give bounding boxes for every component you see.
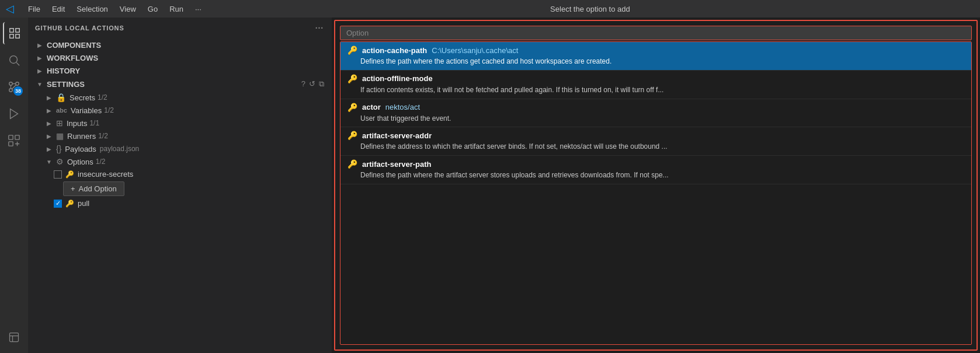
activity-explorer[interactable] <box>3 22 25 44</box>
options-label: Options <box>67 158 93 166</box>
options-count: 1/2 <box>96 158 106 166</box>
sidebar-item-secrets[interactable]: ▶ 🔒 Secrets 1/2 <box>28 91 332 104</box>
chevron-right-icon: ▶ <box>35 53 44 62</box>
svg-marker-12 <box>11 109 18 119</box>
svg-rect-3 <box>10 34 13 38</box>
sidebar-item-variables[interactable]: ▶ abc Variables 1/2 <box>28 104 332 117</box>
copy-icon[interactable]: ⧉ <box>318 79 325 89</box>
menu-view[interactable]: View <box>115 4 141 15</box>
dropdown-item-actor[interactable]: 🔑 actor nektos/act User that triggered t… <box>340 99 971 128</box>
main-layout: 38 GITHUB LOCAL ACTIONS <box>0 18 980 353</box>
dropdown-item-artifact-server-path[interactable]: 🔑 artifact-server-path Defines the path … <box>340 156 971 184</box>
add-option-area: + Add Option <box>28 180 332 197</box>
svg-rect-2 <box>16 34 19 38</box>
sidebar-content: ▶ COMPONENTS ▶ WORKFLOWS ▶ HISTORY ▼ SET… <box>28 39 332 353</box>
sidebar-item-insecure-secrets[interactable]: 🔑 insecure-secrets <box>28 168 332 180</box>
activity-bar: 38 <box>0 18 28 353</box>
key-icon-2: 🔑 <box>347 74 357 83</box>
components-label: COMPONENTS <box>47 41 325 50</box>
right-panel: 🔑 action-cache-path C:\Users\sanju\.cach… <box>334 20 978 351</box>
chevron-right-icon: ▶ <box>44 93 54 102</box>
key-icon-3: 🔑 <box>347 103 357 112</box>
item-desc-1: Defines the path where the actions get c… <box>347 57 964 67</box>
sidebar-item-runners[interactable]: ▶ ▦ Runners 1/2 <box>28 130 332 142</box>
item-name-4: artifact-server-addr <box>362 131 432 140</box>
sidebar-item-workflows[interactable]: ▶ WORKFLOWS <box>28 51 332 64</box>
sidebar-header-icons: ··· <box>314 22 325 34</box>
sidebar-more-icon[interactable]: ··· <box>314 22 325 34</box>
svg-rect-1 <box>16 29 19 32</box>
item-desc-2: If action contents exists, it will not b… <box>347 85 964 95</box>
runners-label: Runners <box>67 132 96 141</box>
svg-rect-0 <box>10 29 13 32</box>
insecure-secrets-checkbox[interactable] <box>54 170 62 179</box>
key-icon-5: 🔑 <box>347 159 357 169</box>
plus-icon: + <box>71 184 75 193</box>
payloads-label: Payloads <box>65 145 96 153</box>
dropdown-item-action-offline-mode[interactable]: 🔑 action-offline-mode If action contents… <box>340 71 971 99</box>
settings-action-icons: ? ↺ ⧉ <box>301 79 325 89</box>
vscode-logo: ◁ <box>6 2 14 15</box>
menu-selection[interactable]: Selection <box>72 4 112 15</box>
chevron-down-icon: ▼ <box>44 157 54 166</box>
menu-bar: File Edit Selection View Go Run ··· <box>23 4 206 15</box>
pull-label: pull <box>78 199 89 208</box>
menu-edit[interactable]: Edit <box>47 4 69 15</box>
item-desc-5: Defines the path where the artifact serv… <box>347 170 964 180</box>
inputs-count: 1/1 <box>89 119 99 127</box>
item-value-1: C:\Users\sanju\.cache\act <box>432 46 518 55</box>
item-desc-3: User that triggered the event. <box>347 114 964 124</box>
sidebar-item-payloads[interactable]: ▶ {} Payloads payload.json <box>28 142 332 155</box>
sidebar-item-pull[interactable]: ✓ 🔑 pull <box>28 197 332 209</box>
activity-remote[interactable] <box>3 326 25 348</box>
dropdown-item-action-cache-path[interactable]: 🔑 action-cache-path C:\Users\sanju\.cach… <box>340 42 971 71</box>
sidebar-title: GITHUB LOCAL ACTIONS <box>35 25 124 32</box>
key-icon-4: 🔑 <box>347 131 357 140</box>
settings-label: SETTINGS <box>47 80 301 89</box>
pull-checkbox[interactable]: ✓ <box>54 200 62 208</box>
variables-count: 1/2 <box>104 106 114 114</box>
inputs-label: Inputs <box>67 119 87 128</box>
item-name-5: artifact-server-path <box>362 160 432 169</box>
sidebar-item-options[interactable]: ▼ ⚙ Options 1/2 <box>28 155 332 168</box>
item-title-row-5: 🔑 artifact-server-path <box>347 159 964 169</box>
option-search-input[interactable] <box>346 29 965 37</box>
svg-point-6 <box>9 82 13 86</box>
activity-source-control[interactable]: 38 <box>3 76 25 98</box>
chevron-right-icon: ▶ <box>44 106 54 115</box>
svg-rect-14 <box>15 135 19 139</box>
menu-more[interactable]: ··· <box>190 4 206 15</box>
item-title-row: 🔑 action-cache-path C:\Users\sanju\.cach… <box>347 46 964 55</box>
lock-icon: 🔒 <box>56 93 66 102</box>
chevron-right-icon: ▶ <box>44 131 54 141</box>
activity-extensions[interactable] <box>3 130 25 152</box>
svg-rect-15 <box>9 142 13 146</box>
menu-go[interactable]: Go <box>143 4 162 15</box>
sidebar-item-inputs[interactable]: ▶ ⊞ Inputs 1/1 <box>28 117 332 130</box>
help-icon[interactable]: ? <box>301 79 306 89</box>
add-option-button[interactable]: + Add Option <box>63 181 124 196</box>
workflows-label: WORKFLOWS <box>47 54 325 62</box>
gear-icon: ⚙ <box>56 157 64 166</box>
menu-run[interactable]: Run <box>165 4 188 15</box>
sidebar-item-settings[interactable]: ▼ SETTINGS ? ↺ ⧉ <box>28 77 332 91</box>
payloads-value: payload.json <box>100 145 139 153</box>
sidebar-item-history[interactable]: ▶ HISTORY <box>28 64 332 77</box>
chevron-right-icon: ▶ <box>44 144 54 153</box>
sidebar-item-components[interactable]: ▶ COMPONENTS <box>28 39 332 51</box>
menu-file[interactable]: File <box>23 4 45 15</box>
item-value-3: nektos/act <box>385 103 420 111</box>
dropdown-item-artifact-server-addr[interactable]: 🔑 artifact-server-addr Defines the addre… <box>340 127 971 156</box>
abc-icon: abc <box>56 107 67 114</box>
chevron-down-icon: ▼ <box>35 79 44 89</box>
runners-icon: ▦ <box>56 131 64 141</box>
activity-search[interactable] <box>3 49 25 71</box>
svg-rect-16 <box>10 333 19 342</box>
item-desc-4: Defines the address to which the artifac… <box>347 142 964 152</box>
secrets-label: Secrets <box>69 93 95 102</box>
svg-line-5 <box>16 62 19 65</box>
activity-run-debug[interactable] <box>3 103 25 125</box>
refresh-icon[interactable]: ↺ <box>308 79 316 89</box>
dropdown-list: 🔑 action-cache-path C:\Users\sanju\.cach… <box>340 41 972 345</box>
key-icon-pull: 🔑 <box>65 200 74 208</box>
